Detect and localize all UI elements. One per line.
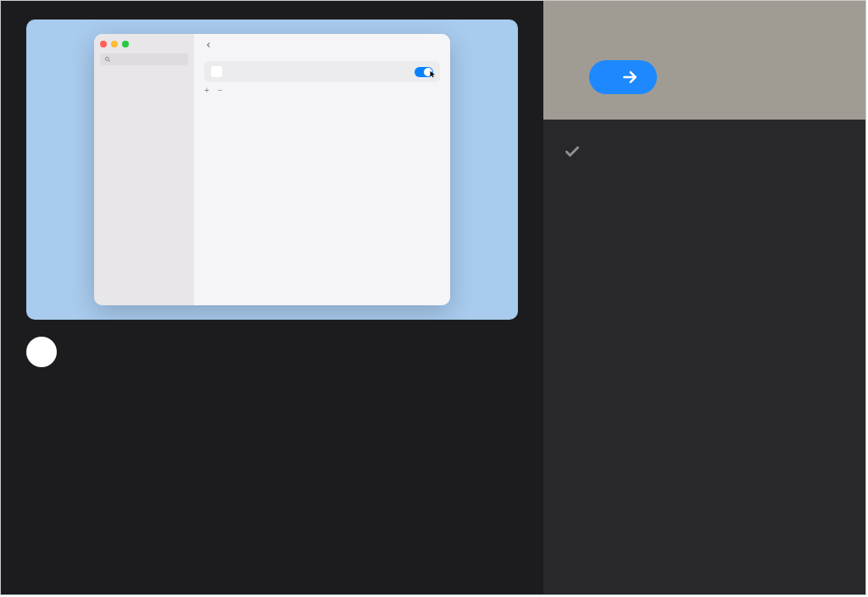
mac-content: + − [194,34,450,305]
close-icon [100,41,107,47]
app-root: + − [0,0,866,595]
svg-line-1 [108,60,110,62]
mac-search-input [100,53,188,65]
brand-logo [26,337,57,367]
mac-window: + − [94,34,450,305]
maximize-icon [122,41,129,47]
plus-icon: + [204,86,209,95]
mac-app-row [204,61,440,82]
arrow-right-icon [621,69,638,86]
steps-panel [543,1,865,594]
minus-icon: − [218,86,223,95]
mac-content-desc [194,54,450,61]
mac-app-icon [211,66,222,77]
traffic-lights [100,41,188,47]
mac-content-header [194,34,450,54]
page-description [26,389,518,412]
step-screensharing [543,1,865,120]
mac-sidebar [94,34,194,305]
mac-footer-buttons: + − [204,86,440,95]
step-performance-boost [543,120,865,198]
left-panel: + − [1,1,543,594]
chevron-left-icon [204,41,213,49]
brand-row [26,337,518,367]
step-touch-gestures [543,198,865,255]
cursor-icon [429,70,437,80]
mac-toggle [415,67,433,77]
enable-button[interactable] [589,60,657,94]
minimize-icon [111,41,118,47]
screenshot-preview: + − [26,20,518,320]
search-icon [104,56,111,63]
check-icon [564,143,581,164]
svg-point-0 [105,57,108,60]
